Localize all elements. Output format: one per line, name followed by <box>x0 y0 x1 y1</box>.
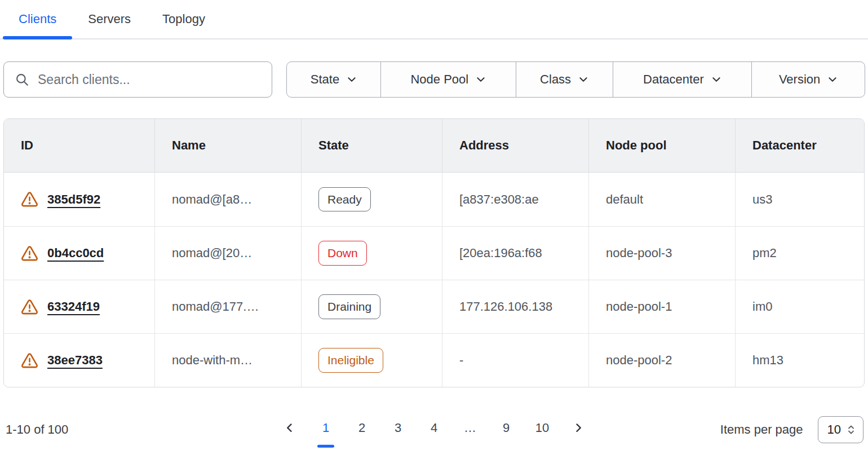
column-header-datacenter: Datacenter <box>735 119 864 172</box>
client-node-pool: node-pool-3 <box>588 227 735 280</box>
page-button-3[interactable]: 3 <box>386 416 410 440</box>
client-id-cell: 0b4cc0cd <box>4 227 154 280</box>
filter-state-button[interactable]: State <box>287 62 380 97</box>
filter-group: State Node Pool Class Datacenter Version <box>286 61 865 98</box>
filter-version-button[interactable]: Version <box>751 62 865 97</box>
client-id-link[interactable]: 38ee7383 <box>47 353 103 368</box>
client-name: nomad@[20… <box>154 227 301 280</box>
client-id-link[interactable]: 63324f19 <box>47 299 100 314</box>
pagination: 1 2 3 4 … 9 10 <box>272 416 596 440</box>
client-state-cell: Down <box>301 227 442 280</box>
chevron-down-icon <box>347 74 357 85</box>
client-state-cell: Ready <box>301 173 442 226</box>
client-node-pool: node-pool-1 <box>588 280 735 333</box>
items-per-page-label: Items per page <box>720 422 803 437</box>
warning-icon <box>21 191 38 208</box>
status-badge: Ready <box>318 187 371 211</box>
page-ellipsis: … <box>458 416 482 440</box>
tab-servers[interactable]: Servers <box>72 0 147 38</box>
tab-servers-label: Servers <box>88 12 131 27</box>
client-name: nomad@177.… <box>154 280 301 333</box>
client-node-pool: default <box>588 173 735 226</box>
items-per-page-value: 10 <box>827 422 841 437</box>
client-address: [a837:e308:ae <box>442 173 588 226</box>
client-address: - <box>442 334 588 387</box>
client-datacenter: im0 <box>735 280 864 333</box>
chevron-down-icon <box>711 74 721 85</box>
page-button-9[interactable]: 9 <box>494 416 519 440</box>
items-per-page: Items per page 10 <box>720 416 863 443</box>
client-datacenter: hm13 <box>735 334 864 387</box>
items-per-page-select[interactable]: 10 <box>818 416 863 443</box>
table-header-row: ID Name State Address Node pool Datacent… <box>4 119 864 173</box>
column-header-address: Address <box>442 119 588 172</box>
warning-icon <box>21 245 38 262</box>
page-button-4[interactable]: 4 <box>422 416 446 440</box>
table-row: 38ee7383 node-with-m… Ineligible - node-… <box>4 333 864 387</box>
client-id-cell: 63324f19 <box>4 280 154 333</box>
client-id-link[interactable]: 385d5f92 <box>47 192 100 207</box>
column-header-node-pool: Node pool <box>588 119 735 172</box>
tab-topology[interactable]: Toplogy <box>147 0 221 38</box>
tab-topology-label: Toplogy <box>162 12 205 27</box>
client-address: [20ea:196a:f68 <box>442 227 588 280</box>
prev-page-button[interactable] <box>281 419 299 437</box>
client-state-cell: Draining <box>301 280 442 333</box>
client-name: nomad@[a8… <box>154 173 301 226</box>
page-button-1[interactable]: 1 <box>313 416 338 440</box>
chevron-down-icon <box>578 74 588 85</box>
search-input[interactable] <box>38 72 261 87</box>
client-datacenter: pm2 <box>735 227 864 280</box>
client-address: 177.126.106.138 <box>442 280 588 333</box>
filter-state-label: State <box>311 72 339 87</box>
filter-datacenter-button[interactable]: Datacenter <box>613 62 752 97</box>
column-header-id: ID <box>4 119 154 172</box>
results-range-label: 1-10 of 100 <box>5 422 68 437</box>
tab-clients[interactable]: Clients <box>3 0 72 38</box>
status-badge: Down <box>318 241 367 265</box>
chevron-down-icon <box>476 74 486 85</box>
chevron-down-icon <box>827 74 838 85</box>
clients-table: ID Name State Address Node pool Datacent… <box>3 118 865 387</box>
filter-datacenter-label: Datacenter <box>643 72 704 87</box>
client-id-link[interactable]: 0b4cc0cd <box>47 246 104 261</box>
column-header-state: State <box>301 119 442 172</box>
warning-icon <box>21 352 38 369</box>
status-badge: Draining <box>318 294 380 319</box>
status-badge: Ineligible <box>318 348 383 372</box>
filter-class-button[interactable]: Class <box>516 62 613 97</box>
table-row: 63324f19 nomad@177.… Draining 177.126.10… <box>4 280 864 333</box>
toolbar: State Node Pool Class Datacenter Version <box>3 61 865 98</box>
search-box[interactable] <box>3 61 272 98</box>
next-page-button[interactable] <box>569 419 587 437</box>
client-id-cell: 385d5f92 <box>4 173 154 226</box>
filter-node-pool-button[interactable]: Node Pool <box>380 62 516 97</box>
table-row: 0b4cc0cd nomad@[20… Down [20ea:196a:f68 … <box>4 226 864 280</box>
tab-clients-label: Clients <box>19 12 56 27</box>
table-row: 385d5f92 nomad@[a8… Ready [a837:e308:ae … <box>4 173 864 226</box>
warning-icon <box>21 298 38 316</box>
search-icon <box>15 72 29 87</box>
client-id-cell: 38ee7383 <box>4 334 154 387</box>
select-chevrons-icon <box>847 424 856 435</box>
page-button-2[interactable]: 2 <box>349 416 374 440</box>
filter-class-label: Class <box>540 72 571 87</box>
client-datacenter: us3 <box>735 173 864 226</box>
filter-version-label: Version <box>779 72 820 87</box>
client-name: node-with-m… <box>154 334 301 387</box>
column-header-name: Name <box>154 119 301 172</box>
client-node-pool: node-pool-2 <box>588 334 735 387</box>
filter-node-pool-label: Node Pool <box>410 72 468 87</box>
client-state-cell: Ineligible <box>301 334 442 387</box>
tab-bar: Clients Servers Toplogy <box>0 0 868 39</box>
table-footer: 1-10 of 100 1 2 3 4 … 9 10 Items per pag… <box>5 412 863 448</box>
page-button-10[interactable]: 10 <box>530 416 555 440</box>
